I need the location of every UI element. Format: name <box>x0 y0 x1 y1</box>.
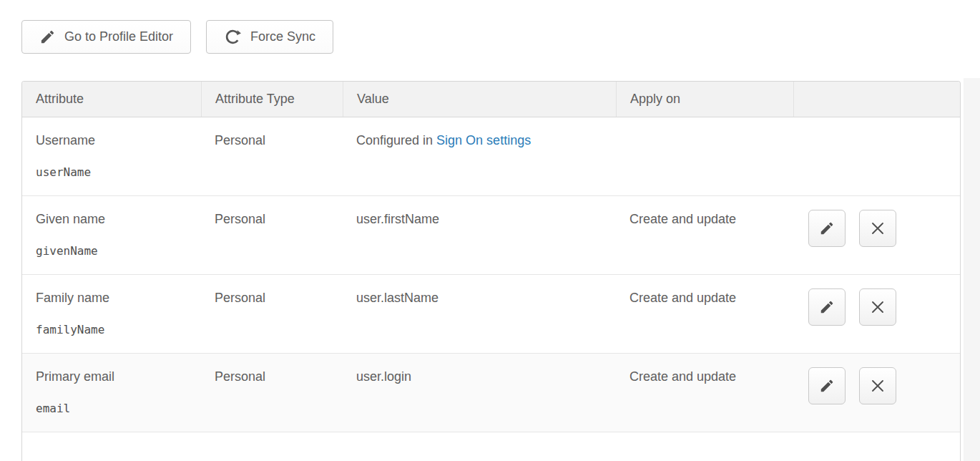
toolbar: Go to Profile Editor Force Sync <box>21 20 333 54</box>
apply-on-cell: Create and update <box>616 196 793 274</box>
table-row-partial <box>22 432 960 461</box>
table-row-given-name: Given name givenName Personal user.first… <box>22 196 960 275</box>
sign-on-settings-link[interactable]: Sign On settings <box>436 133 531 147</box>
attribute-variable: userName <box>36 165 194 179</box>
apply-on-cell: Create and update <box>616 354 793 432</box>
pencil-icon <box>39 29 56 45</box>
value-cell: Configured in Sign On settings <box>343 117 616 195</box>
attribute-variable: email <box>36 402 194 415</box>
attribute-label: Given name <box>36 212 194 227</box>
pencil-icon <box>819 299 835 315</box>
table-header-row: Attribute Attribute Type Value Apply on <box>22 82 960 117</box>
value-cell: user.lastName <box>343 275 616 353</box>
table-row-primary-email: Primary email email Personal user.login … <box>22 354 960 432</box>
attribute-type-cell: Personal <box>201 275 343 353</box>
edit-attribute-button[interactable] <box>808 288 846 326</box>
close-icon <box>869 299 886 316</box>
attribute-variable: givenName <box>36 244 194 258</box>
attribute-label: Primary email <box>36 369 194 384</box>
column-header-attribute: Attribute <box>22 82 201 117</box>
close-icon <box>869 377 886 394</box>
pencil-icon <box>819 378 835 394</box>
close-icon <box>869 220 886 237</box>
actions-cell <box>793 354 960 432</box>
force-sync-button[interactable]: Force Sync <box>206 20 333 54</box>
right-gutter <box>964 78 980 461</box>
pencil-icon <box>819 220 835 236</box>
apply-on-cell: Create and update <box>616 275 793 353</box>
attribute-type-cell: Personal <box>201 117 343 195</box>
remove-attribute-button[interactable] <box>859 288 896 326</box>
refresh-icon <box>224 28 242 46</box>
table-row-username: Username userName Personal Configured in… <box>22 117 960 196</box>
column-header-attribute-type: Attribute Type <box>201 82 343 117</box>
actions-cell <box>793 275 960 353</box>
force-sync-label: Force Sync <box>250 29 315 44</box>
value-cell: user.login <box>343 354 616 432</box>
attribute-variable: familyName <box>36 323 194 336</box>
attribute-cell: Family name familyName <box>22 275 201 353</box>
remove-attribute-button[interactable] <box>859 367 896 404</box>
column-header-value: Value <box>343 82 616 117</box>
actions-cell-empty <box>793 117 960 195</box>
go-to-profile-editor-button[interactable]: Go to Profile Editor <box>21 20 191 54</box>
column-header-apply-on: Apply on <box>616 82 793 117</box>
attribute-label: Username <box>36 133 194 148</box>
edit-attribute-button[interactable] <box>808 367 846 404</box>
value-cell: user.firstName <box>343 196 616 274</box>
actions-cell <box>793 196 960 274</box>
go-to-profile-editor-label: Go to Profile Editor <box>64 29 173 44</box>
table-row-family-name: Family name familyName Personal user.las… <box>22 275 960 354</box>
column-header-actions <box>793 82 960 117</box>
attribute-type-cell: Personal <box>201 196 343 274</box>
attribute-mapping-table: Attribute Attribute Type Value Apply on … <box>21 81 961 461</box>
value-prefix-text: Configured in <box>356 133 436 147</box>
attribute-type-cell: Personal <box>201 354 343 432</box>
attribute-cell: Username userName <box>22 117 201 195</box>
attribute-label: Family name <box>36 291 194 306</box>
apply-on-cell <box>616 117 793 195</box>
attribute-cell: Given name givenName <box>22 196 201 274</box>
remove-attribute-button[interactable] <box>859 210 896 247</box>
edit-attribute-button[interactable] <box>808 210 846 247</box>
attribute-cell: Primary email email <box>22 354 201 432</box>
